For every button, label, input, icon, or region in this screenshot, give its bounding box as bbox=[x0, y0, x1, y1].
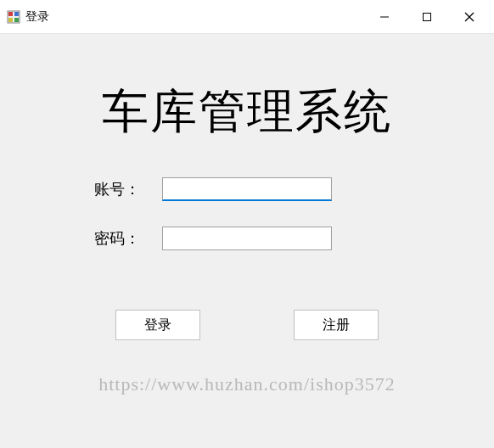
window-controls bbox=[363, 0, 491, 34]
password-row: 密码： bbox=[94, 227, 400, 250]
app-icon bbox=[7, 10, 20, 24]
client-area: 车库管理系统 账号： 密码： 登录 注册 https://www.huzhan.… bbox=[0, 34, 494, 448]
titlebar: 登录 bbox=[0, 0, 494, 34]
register-button[interactable]: 注册 bbox=[294, 310, 379, 340]
password-input[interactable] bbox=[162, 227, 332, 250]
login-form: 账号： 密码： bbox=[0, 177, 494, 276]
close-button[interactable] bbox=[448, 0, 491, 34]
username-input[interactable] bbox=[162, 177, 332, 201]
watermark-text: https://www.huzhan.com/ishop3572 bbox=[98, 373, 396, 395]
page-title: 车库管理系统 bbox=[0, 81, 494, 143]
login-button[interactable]: 登录 bbox=[115, 310, 200, 340]
username-row: 账号： bbox=[94, 177, 400, 201]
username-label: 账号： bbox=[94, 179, 162, 199]
svg-rect-6 bbox=[424, 13, 431, 20]
maximize-button[interactable] bbox=[406, 0, 448, 34]
password-label: 密码： bbox=[94, 228, 162, 249]
svg-rect-2 bbox=[14, 12, 19, 16]
svg-rect-1 bbox=[8, 12, 13, 16]
svg-rect-4 bbox=[14, 18, 19, 22]
minimize-button[interactable] bbox=[363, 0, 406, 34]
svg-rect-3 bbox=[8, 18, 13, 22]
button-row: 登录 注册 bbox=[0, 310, 494, 340]
window-title: 登录 bbox=[25, 9, 363, 25]
